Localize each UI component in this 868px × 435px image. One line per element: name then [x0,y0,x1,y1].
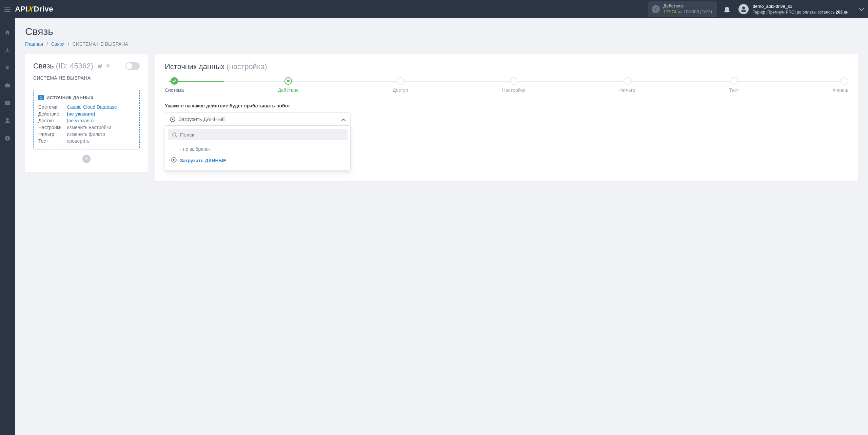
app-header: APIXDrive i Действия: 17'974 из 100'000 … [0,0,868,18]
data-source-box: 1 ИСТОЧНИК ДАННЫХ Система Caspio Cloud D… [33,90,140,149]
user-menu[interactable]: demo_apix-drive_s3 Тариф |Премиум PRO| д… [738,3,864,15]
row-system-label: Система [38,104,67,110]
row-system-value[interactable]: Caspio Cloud Database [67,104,135,110]
action-dropdown: - не выбрано - Загрузить ДАННЫЕ [165,126,351,171]
select-value: Загрузить ДАННЫЕ [179,116,225,122]
connection-subtitle: СИСТЕМА НЕ ВЫБРАНА [33,75,140,84]
source-number: 1 [38,95,44,100]
row-access-label: Доступ [38,118,67,123]
sidebar [0,18,15,435]
notifications-button[interactable] [720,2,734,16]
row-test-label: Тест [38,138,67,144]
connection-card: Связь (ID: 45362) СИСТЕМА НЕ ВЫБРАНА [25,54,148,172]
sidebar-item-video[interactable] [0,98,15,108]
connection-title: Связь (ID: 45362) [33,62,110,70]
sidebar-item-help[interactable] [0,133,15,143]
breadcrumb-current: СИСТЕМА НЕ ВЫБРАНА [73,41,128,47]
page-title: Связь [25,26,858,37]
dropdown-search[interactable] [168,129,348,140]
search-input[interactable] [180,132,343,138]
row-action-label: Действие [38,111,67,117]
source-heading: ИСТОЧНИК ДАННЫХ [46,95,94,100]
step-system-circle[interactable] [171,77,178,85]
action-select[interactable]: Загрузить ДАННЫЕ [165,112,351,126]
copy-icon[interactable] [97,62,103,70]
row-access-value[interactable]: (не указано) [67,118,135,123]
chevron-up-icon [341,116,346,122]
row-filter-label: Фильтр [38,131,67,137]
step-action-circle[interactable] [284,77,292,85]
option-load-data[interactable]: Загрузить ДАННЫЕ [168,154,348,166]
sidebar-item-briefcase[interactable] [0,81,15,90]
settings-card: Источник данных (настройка) Система Дейс… [155,54,858,181]
logo[interactable]: APIXDrive [15,5,53,14]
usage-values: 17'974 из 100'000 (18%) [663,9,712,15]
option-none[interactable]: - не выбрано - [168,144,348,154]
sidebar-item-connections[interactable] [0,45,15,55]
progress-steps: Система Действие Доступ Настройки [165,77,848,93]
step-finish-circle[interactable] [841,77,848,85]
row-filter-value[interactable]: изменить фильтр [67,131,135,137]
step-access-circle[interactable] [397,77,404,85]
row-action-value[interactable]: (не указано) [67,111,135,117]
info-icon: i [652,5,660,13]
usage-label: Действия: [663,3,712,9]
action-field-label: Укажите на какое действие будет срабатыв… [165,103,848,108]
user-tariff: Тариф |Премиум PRO| до оплаты осталось 2… [753,9,848,15]
step-finish-label: Финиш [833,87,848,93]
chevron-down-icon [859,6,864,12]
add-destination-button[interactable]: + [82,155,91,163]
step-settings-circle[interactable] [510,77,517,85]
avatar-icon [738,4,749,14]
breadcrumb-home[interactable]: Главная [25,41,43,47]
user-name: demo_apix-drive_s3 [753,3,848,9]
row-test-value[interactable]: проверить [67,138,135,144]
play-icon [171,157,177,164]
row-settings-label: Настройки [38,125,67,130]
step-access-label: Доступ [393,87,408,93]
row-settings-value[interactable]: изменить настройки [67,125,135,130]
settings-title: Источник данных (настройка) [165,62,848,71]
gear-icon[interactable] [105,62,110,70]
play-icon [170,117,175,122]
step-filter-circle[interactable] [624,77,631,85]
logo-x: X [27,5,34,14]
logo-drive: Drive [34,5,53,14]
step-test-label: Тест [729,87,739,93]
enable-toggle[interactable] [125,62,140,70]
step-test-circle[interactable] [730,77,738,85]
sidebar-item-home[interactable] [0,28,15,37]
step-filter-label: Фильтр [619,87,635,93]
step-action-label: Действие [278,87,299,93]
breadcrumb: Главная / Связи / СИСТЕМА НЕ ВЫБРАНА [25,41,858,47]
step-system-label: Система [165,87,184,93]
breadcrumb-connections[interactable]: Связи [51,41,64,47]
logo-api: API [15,5,28,14]
sidebar-item-profile[interactable] [0,116,15,125]
step-settings-label: Настройки [502,87,526,93]
hamburger-menu-button[interactable] [0,0,15,18]
sidebar-item-billing[interactable] [0,63,15,72]
usage-pill[interactable]: i Действия: 17'974 из 100'000 (18%) [648,1,716,17]
